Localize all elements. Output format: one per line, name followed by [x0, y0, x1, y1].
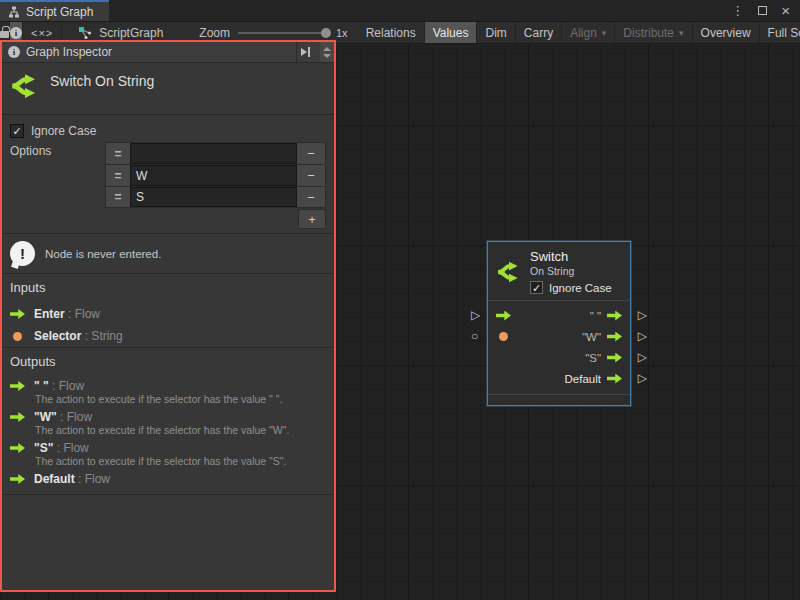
inspector-node-title-block: Switch On String: [2, 63, 334, 115]
node-port-row: ▷ " " ▷: [488, 305, 630, 326]
option-value-input[interactable]: [130, 143, 297, 164]
port-name: Enter: [34, 307, 65, 321]
maximize-icon[interactable]: [758, 6, 767, 15]
input-plug-icon[interactable]: [496, 353, 511, 363]
node-ignore-case-checkbox[interactable]: ✓: [530, 281, 543, 294]
port-type: : Flow: [68, 307, 100, 321]
zoom-value: 1x: [336, 27, 348, 39]
inputs-section: Inputs Enter : Flow Selector : String: [2, 274, 334, 348]
zoom-slider[interactable]: [238, 32, 328, 34]
node-header[interactable]: Switch On String ✓ Ignore Case: [488, 242, 630, 300]
port-name: " ": [34, 379, 49, 393]
external-port-marker-right[interactable]: ▷: [638, 309, 647, 321]
output-port-item: "W" : Flow The action to execute if the …: [10, 408, 326, 436]
toolbar-button[interactable]: Dim ▾: [477, 22, 515, 43]
option-value-input[interactable]: [130, 187, 297, 207]
option-row: = −: [105, 186, 326, 208]
node-port-row: Default ▷: [488, 368, 630, 389]
node-body: ▷ " " ▷ ○ "W" ▷ "S": [488, 300, 630, 394]
add-option-button[interactable]: +: [298, 209, 326, 229]
toolbar-button-label: Full Screen: [768, 26, 800, 40]
input-plug-icon[interactable]: [496, 311, 511, 321]
port-type-icon: [10, 309, 25, 319]
remove-option-button[interactable]: −: [297, 187, 325, 207]
external-port-marker-right[interactable]: ▷: [638, 351, 647, 363]
toolbar-button-label: Distribute: [623, 26, 674, 40]
toolbar-button[interactable]: Carry ▾: [516, 22, 562, 43]
node-port-label: "S": [511, 352, 601, 364]
drag-handle-icon[interactable]: =: [106, 165, 130, 186]
toolbar-button[interactable]: Align ▾: [562, 22, 615, 43]
graph-name-label: ScriptGraph: [99, 26, 163, 40]
warning-bubble-icon: !: [10, 241, 35, 266]
code-icon: <×>: [31, 27, 53, 39]
outputs-header: Outputs: [10, 354, 326, 369]
port-name: "S": [34, 441, 53, 455]
toolbar-button[interactable]: Values ▾: [425, 22, 478, 43]
title-bar: Script Graph ⋮ ×: [0, 0, 800, 21]
script-graph-node-icon: [78, 26, 92, 40]
inspector-info-icon: i: [8, 46, 20, 58]
option-row: = −: [105, 164, 326, 186]
input-plug-icon[interactable]: [496, 374, 511, 384]
port-name: "W": [34, 410, 57, 424]
chevron-down-icon: ▾: [602, 28, 607, 38]
output-flow-arrow-icon[interactable]: [607, 374, 622, 384]
external-port-marker-left[interactable]: ○: [471, 330, 478, 342]
close-icon[interactable]: ×: [781, 4, 790, 17]
output-flow-arrow-icon[interactable]: [607, 311, 622, 321]
spinner-down-icon: [323, 54, 331, 58]
node-subtitle: On String: [530, 265, 612, 277]
flow-arrow-icon: [10, 412, 25, 422]
port-description: The action to execute if the selector ha…: [35, 455, 326, 467]
input-plug-icon[interactable]: [499, 332, 508, 341]
output-flow-arrow-icon[interactable]: [607, 353, 622, 363]
drag-handle-icon[interactable]: =: [106, 143, 130, 164]
info-icon: i: [10, 27, 22, 39]
toolbar-button[interactable]: Full Screen ▾: [760, 22, 800, 43]
option-value-input[interactable]: [130, 165, 297, 186]
lock-icon: [0, 31, 9, 38]
node-port-label: "W": [511, 331, 601, 343]
node-port-row: ○ "W" ▷: [488, 326, 630, 347]
output-flow-arrow-icon[interactable]: [607, 332, 622, 342]
tab-script-graph[interactable]: Script Graph: [0, 0, 109, 21]
options-list: = − = − = −: [105, 142, 326, 229]
port-type: : Flow: [78, 472, 110, 486]
inspector-header[interactable]: i Graph Inspector: [2, 42, 334, 63]
toolbar-button[interactable]: Distribute ▾: [615, 22, 692, 43]
flow-arrow-icon: [10, 474, 25, 484]
titlebar-spacer: [109, 0, 731, 21]
external-port-marker-right[interactable]: ▷: [638, 372, 647, 384]
port-type: : Flow: [57, 441, 89, 455]
ignore-case-checkbox[interactable]: ✓: [10, 124, 24, 138]
toolbar-button[interactable]: Overview ▾: [693, 22, 760, 43]
warning-banner: ! Node is never entered.: [2, 234, 334, 274]
chevron-down-icon: ▾: [679, 28, 684, 38]
node-port-label: Default: [511, 373, 601, 385]
inspector-empty-area: [2, 495, 334, 590]
port-name: Selector: [34, 329, 81, 343]
inspector-header-title: Graph Inspector: [26, 45, 290, 59]
external-port-marker-left[interactable]: ▷: [471, 309, 480, 321]
port-type-icon: [13, 332, 22, 341]
switch-on-string-node[interactable]: Switch On String ✓ Ignore Case ▷ " " ▷: [487, 241, 631, 406]
node-port-label: " ": [511, 310, 601, 322]
remove-option-button[interactable]: −: [297, 165, 325, 186]
port-description: The action to execute if the selector ha…: [35, 424, 326, 436]
drag-handle-icon[interactable]: =: [106, 187, 130, 207]
toolbar-button[interactable]: Relations ▾: [358, 22, 425, 43]
zoom-slider-handle[interactable]: [321, 28, 331, 38]
dock-icon: [301, 48, 307, 56]
node-ignore-case-label: Ignore Case: [549, 282, 612, 294]
node-port-row: "S" ▷: [488, 347, 630, 368]
outputs-section: Outputs " " : Flow The action to execute…: [2, 348, 334, 495]
zoom-label: Zoom: [199, 26, 230, 40]
panel-resize-spinner[interactable]: [320, 42, 334, 62]
window-menu-icon[interactable]: ⋮: [731, 4, 744, 17]
remove-option-button[interactable]: −: [297, 143, 325, 164]
inspector-node-title: Switch On String: [50, 71, 154, 89]
dock-panel-button[interactable]: [296, 42, 314, 62]
output-port-item: " " : Flow The action to execute if the …: [10, 377, 326, 405]
external-port-marker-right[interactable]: ▷: [638, 330, 647, 342]
